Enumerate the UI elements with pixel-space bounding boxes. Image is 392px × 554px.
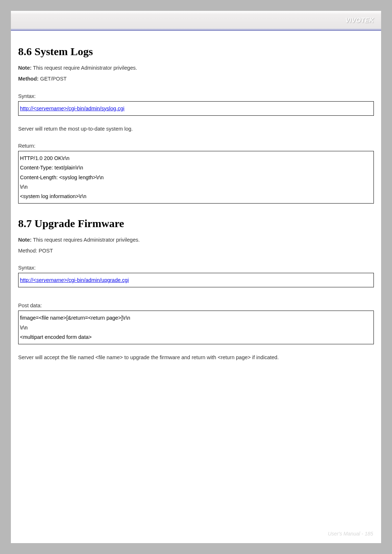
footer-text: User's Manual - 185 bbox=[328, 531, 373, 537]
syntax-box: http://<servername>/cgi-bin/admin/syslog… bbox=[18, 101, 374, 116]
syslog-description: Server will return the most up-to-date s… bbox=[18, 125, 374, 133]
return-line: HTTP/1.0 200 OK\r\n bbox=[20, 153, 372, 163]
upgrade-description: Server will accept the file named <file … bbox=[18, 354, 374, 362]
brand-logo: VIVOTEK bbox=[345, 17, 374, 24]
note-line: Note: This request require Administrator… bbox=[18, 64, 374, 72]
upgrade-url[interactable]: http://<servername>/cgi-bin/admin/upgrad… bbox=[20, 277, 129, 283]
note-label: Note: bbox=[18, 65, 32, 71]
url-placeholder: servername bbox=[36, 106, 64, 111]
url-placeholder: servername bbox=[36, 277, 64, 283]
postdata-label: Post data: bbox=[18, 303, 374, 308]
note-label: Note: bbox=[18, 237, 32, 243]
return-label: Return: bbox=[18, 143, 374, 149]
method-line: Method: POST bbox=[18, 247, 374, 255]
url-prefix: http://< bbox=[20, 277, 36, 283]
header-bar: VIVOTEK bbox=[11, 11, 381, 30]
return-line: Content-Length: <syslog length>\r\n bbox=[20, 173, 372, 182]
syslog-url[interactable]: http://<servername>/cgi-bin/admin/syslog… bbox=[20, 106, 124, 111]
note-text: This request require Administrator privi… bbox=[32, 65, 137, 71]
syntax-label: Syntax: bbox=[18, 265, 374, 271]
method-label: Method: bbox=[18, 76, 38, 82]
postdata-line: fimage=<file name>[&return=<return page>… bbox=[20, 313, 372, 323]
content-area: 8.6 System Logs Note: This request requi… bbox=[11, 31, 381, 372]
postdata-box: fimage=<file name>[&return=<return page>… bbox=[18, 311, 374, 344]
section-heading-system-logs: 8.6 System Logs bbox=[18, 45, 374, 58]
syntax-label: Syntax: bbox=[18, 93, 374, 99]
url-suffix: >/cgi-bin/admin/syslog.cgi bbox=[64, 106, 124, 111]
method-line: Method: GET/POST bbox=[18, 75, 374, 83]
note-line: Note: This request requires Administrato… bbox=[18, 236, 374, 244]
postdata-line: \r\n bbox=[20, 323, 372, 332]
return-box: HTTP/1.0 200 OK\r\n Content-Type: text/p… bbox=[18, 151, 374, 203]
return-line: \r\n bbox=[20, 182, 372, 192]
url-prefix: http://< bbox=[20, 106, 36, 111]
method-text: GET/POST bbox=[38, 76, 66, 82]
syntax-box: http://<servername>/cgi-bin/admin/upgrad… bbox=[18, 273, 374, 287]
postdata-line: <multipart encoded form data> bbox=[20, 332, 372, 342]
page: VIVOTEK 8.6 System Logs Note: This reque… bbox=[11, 11, 381, 543]
note-text: This request requires Administrator priv… bbox=[32, 237, 140, 243]
return-line: Content-Type: text/plain\r\n bbox=[20, 163, 372, 172]
url-suffix: >/cgi-bin/admin/upgrade.cgi bbox=[64, 277, 129, 283]
section-heading-upgrade-firmware: 8.7 Upgrade Firmware bbox=[18, 217, 374, 230]
return-line: <system log information>\r\n bbox=[20, 192, 372, 201]
